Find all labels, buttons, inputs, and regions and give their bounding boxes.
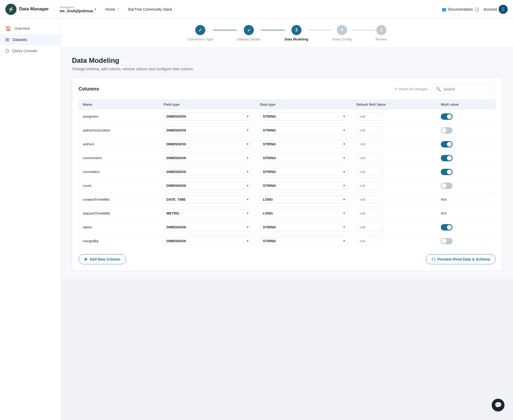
cell-data-type: STRING▾	[256, 123, 352, 137]
field-type-select[interactable]: METRIC▾	[164, 209, 251, 217]
data-type-select[interactable]: STRING▾	[260, 168, 348, 176]
field-type-select[interactable]: DIMENSION▾	[164, 126, 251, 134]
data-type-value: STRING	[263, 239, 276, 243]
multi-value-toggle[interactable]	[441, 155, 453, 161]
data-type-select[interactable]: STRING▾	[260, 140, 348, 148]
field-type-select[interactable]: DIMENSION▾	[164, 154, 251, 162]
multi-value-toggle[interactable]	[441, 113, 453, 120]
brand-icon: ⚡	[5, 4, 17, 15]
search-input[interactable]	[443, 87, 492, 91]
table-header: Name Field type Data type Default Null V…	[79, 99, 496, 110]
null-value-input[interactable]	[356, 168, 383, 176]
field-chevron-icon: ▾	[247, 184, 249, 187]
step-5-label: Review	[376, 37, 387, 41]
data-chevron-icon: ▾	[343, 198, 345, 201]
data-type-select[interactable]: LONG▾	[260, 209, 348, 217]
null-value-input[interactable]	[356, 126, 383, 134]
step-index-config: 4 Index Config	[332, 25, 352, 41]
field-type-select[interactable]: DIMENSION▾	[164, 112, 251, 121]
add-column-label: Add New Column	[89, 257, 120, 261]
multi-value-toggle[interactable]	[441, 141, 453, 147]
data-chevron-icon: ▾	[343, 142, 345, 146]
data-type-select[interactable]: STRING▾	[260, 223, 348, 231]
multi-value-toggle[interactable]	[441, 183, 453, 189]
step-dataset-details: ✓ Dataset Details	[237, 25, 260, 41]
cell-multi-value	[437, 234, 496, 248]
workspace-selector[interactable]: Workspace ws_2nuhj2pxkmua ▾	[54, 6, 96, 13]
field-type-value: DIMENSION	[166, 225, 186, 229]
multi-value-toggle[interactable]	[441, 224, 453, 230]
sidebar-item-query-console[interactable]: ⟨⟩ Query Console	[0, 45, 61, 56]
nav-documentation[interactable]: 👥 Documentation 📋	[442, 7, 479, 11]
null-value-input[interactable]	[356, 154, 383, 162]
field-chevron-icon: ▾	[247, 212, 249, 215]
data-type-select[interactable]: LONG▾	[260, 195, 348, 204]
workspace-label: Workspace	[60, 6, 93, 9]
null-value-input[interactable]	[356, 140, 383, 148]
table-row: commentersDIMENSION▾STRING▾	[79, 151, 496, 165]
toggle-knob	[442, 128, 446, 133]
columns-header: Columns ↺ Reset All Changes 🔍	[79, 84, 496, 94]
data-type-select[interactable]: STRING▾	[260, 112, 348, 121]
null-value-input[interactable]	[356, 182, 383, 190]
reset-changes-button[interactable]: ↺ Reset All Changes	[394, 87, 427, 91]
nav-home-label: Home	[105, 7, 115, 11]
cell-multi-value	[437, 179, 496, 193]
field-type-select[interactable]: DIMENSION▾	[164, 182, 251, 190]
cell-multi-value: N/A	[437, 193, 496, 207]
search-box: 🔍	[432, 84, 496, 94]
step-4-circle: 4	[337, 25, 347, 35]
multi-value-toggle[interactable]	[441, 127, 453, 134]
sidebar-collapse-button[interactable]: ‹	[118, 61, 126, 69]
field-type-select[interactable]: DIMENSION▾	[164, 140, 251, 148]
cell-name: elapsedTimeMillis	[79, 207, 159, 220]
col-header-name: Name	[79, 99, 159, 110]
field-type-value: DIMENSION	[166, 184, 186, 188]
nav-home[interactable]: Home ↗	[101, 5, 123, 14]
cell-field-type: DATE_TIME▾	[159, 193, 256, 207]
columns-tbody: assigneesDIMENSION▾STRING▾authorAssociat…	[79, 110, 496, 248]
field-chevron-icon: ▾	[247, 225, 249, 229]
data-type-select[interactable]: STRING▾	[260, 154, 348, 162]
data-chevron-icon: ▾	[343, 184, 345, 187]
nav-account[interactable]: Account 👤	[483, 5, 508, 14]
data-type-select[interactable]: STRING▾	[260, 182, 348, 190]
cell-field-type: DIMENSION▾	[159, 110, 256, 123]
cell-name: commenters	[79, 151, 159, 165]
multi-value-toggle[interactable]	[441, 169, 453, 175]
connector-2-3	[261, 30, 285, 30]
data-type-select[interactable]: STRING▾	[260, 126, 348, 134]
multi-value-toggle[interactable]	[441, 238, 453, 244]
null-value-input[interactable]	[356, 112, 383, 121]
step-1-circle: ✓	[195, 25, 205, 35]
data-type-select[interactable]: STRING▾	[260, 237, 348, 245]
brand: ⚡ Data Manager	[5, 4, 49, 15]
cell-data-type: STRING▾	[256, 137, 352, 151]
field-type-select[interactable]: DATE_TIME▾	[164, 195, 251, 204]
table-row: assigneesDIMENSION▾STRING▾	[79, 110, 496, 123]
cell-data-type: STRING▾	[256, 165, 352, 179]
null-value-input[interactable]	[356, 237, 383, 245]
null-value-input[interactable]	[356, 195, 383, 204]
field-type-select[interactable]: DIMENSION▾	[164, 168, 251, 176]
field-type-select[interactable]: DIMENSION▾	[164, 237, 251, 245]
null-value-input[interactable]	[356, 223, 383, 231]
add-column-button[interactable]: ⊕ Add New Column	[79, 254, 126, 264]
sidebar-item-datasets[interactable]: ⊞ Datasets	[0, 34, 61, 45]
toggle-knob	[447, 225, 452, 230]
preview-button[interactable]: ⟨ ⟩ Preview Pinot Data & Schema	[426, 254, 496, 264]
step-connection-type: ✓ Connection Type	[187, 25, 213, 41]
cell-name: mergedBy	[79, 234, 159, 248]
nav-slack[interactable]: StarTree Community Slack	[124, 5, 176, 14]
layout: 🏠 Overview ⊞ Datasets ⟨⟩ Query Console ‹…	[0, 19, 513, 420]
sidebar-item-overview[interactable]: 🏠 Overview	[0, 23, 61, 34]
reset-icon: ↺	[394, 87, 397, 91]
doc-icon: 👥	[442, 7, 446, 11]
multi-value-na: N/A	[441, 211, 447, 215]
toggle-knob	[442, 239, 446, 244]
field-type-select[interactable]: DIMENSION▾	[164, 223, 251, 231]
cell-data-type: STRING▾	[256, 220, 352, 234]
null-value-input[interactable]	[356, 209, 383, 217]
chat-bubble[interactable]: 💬	[492, 399, 504, 411]
cell-multi-value	[437, 137, 496, 151]
